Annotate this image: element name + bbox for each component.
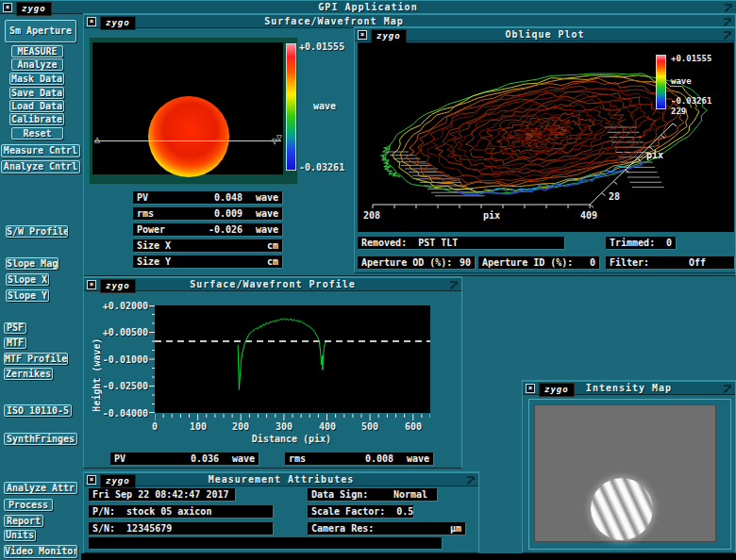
sidebar-item-slope-mag[interactable]: Slope Mag: [6, 257, 59, 270]
sidebar-item-load-data[interactable]: Load Data: [9, 100, 64, 112]
profile-plot-area[interactable]: [155, 305, 430, 413]
sidebar-item-sw-profile[interactable]: S/W Profile: [6, 225, 68, 238]
map-colorbar-min: -0.03261: [299, 162, 344, 173]
profile-xtick-4: 400: [313, 421, 342, 432]
oblique-yaxis-min: 28: [609, 191, 620, 202]
intensity-map-window: zygo Intensity Map: [522, 380, 736, 553]
sidebar-item-video-monitor[interactable]: Video Monitor: [4, 545, 77, 558]
aperture-id-field[interactable]: Aperture ID (%): 0: [478, 256, 599, 269]
wavefront-phase-map[interactable]: [148, 96, 229, 177]
removed-field[interactable]: Removed: PST TLT: [358, 237, 564, 249]
desktop-strip: [81, 553, 736, 560]
gpi-application-root: zygo GPI Application Sm Aperture MEASURE…: [0, 0, 736, 560]
map-frame: △ ▽: [89, 37, 298, 185]
camera-res-field[interactable]: Camera Res: µm: [308, 522, 465, 535]
map-colorbar[interactable]: [286, 43, 296, 171]
sidebar-item-psf[interactable]: PSF: [4, 322, 26, 334]
colorbar-marker-icon[interactable]: ▽: [276, 133, 282, 142]
aperture-od-field[interactable]: Aperture OD (%): 90: [358, 256, 475, 269]
profile-xlabel: Distance (pix): [226, 434, 358, 444]
profile-ytick-3: -0.02500: [99, 381, 148, 391]
profile-line-chart: [155, 305, 430, 413]
sidebar-item-reset[interactable]: Reset: [11, 127, 63, 140]
oblique-yaxis-label: pix: [646, 150, 663, 160]
profile-xtick-2: 200: [226, 421, 255, 432]
window-menu-icon[interactable]: [723, 3, 733, 13]
profile-xtick-6: 600: [399, 421, 427, 432]
scale-factor-field[interactable]: Scale Factor: 0.5: [308, 505, 413, 518]
sidebar-item-mtf-profile[interactable]: MTF Profile: [4, 353, 68, 365]
filter-field[interactable]: Filter: Off: [606, 256, 734, 269]
sidebar-item-analyze-attr[interactable]: Analyze Attr: [4, 482, 77, 494]
serial-number-field[interactable]: S/N: 12345679: [89, 522, 273, 535]
map-stat-rms: rms 0.009 wave: [133, 207, 282, 220]
date-field: Fri Sep 22 08:42:47 2017: [89, 488, 235, 501]
sidebar-item-analyze-cntrl[interactable]: Analyze Cntrl: [1, 160, 80, 173]
sidebar-item-iso-10110-5[interactable]: ISO 10110-5: [4, 404, 72, 417]
oblique-titlebar[interactable]: zygo Oblique Plot: [355, 27, 735, 41]
oblique-plot-area[interactable]: +0.01555 wave -0.03261 229 208 pix 409 2…: [358, 42, 734, 232]
sidebar-item-zernikes[interactable]: Zernikes: [4, 368, 53, 380]
sidebar-item-process[interactable]: Process: [4, 499, 53, 511]
intensity-frame: [528, 399, 731, 550]
sidebar-item-mtf[interactable]: MTF: [4, 338, 26, 349]
window-menu-icon[interactable]: [722, 384, 732, 394]
sidebar-item-sm-aperture[interactable]: Sm Aperture: [5, 20, 76, 42]
sidebar-item-measure[interactable]: MEASURE: [11, 45, 63, 58]
oblique-colorbar: [656, 55, 666, 109]
intensity-titlebar[interactable]: zygo Intensity Map: [523, 381, 735, 395]
attributes-title: Measurement Attributes: [84, 474, 478, 485]
comment-field[interactable]: [89, 537, 442, 549]
sidebar-item-mask-data[interactable]: Mask Data: [9, 73, 64, 85]
profile-ytick-4: -0.04000: [99, 408, 148, 419]
map-title: Surface/Wavefront Map: [84, 16, 584, 26]
oblique-surface-plot: [358, 42, 734, 232]
profile-slice-line[interactable]: [94, 140, 281, 141]
window-menu-icon[interactable]: [722, 30, 732, 41]
oblique-yaxis-max: 229: [671, 107, 686, 116]
sidebar-item-slope-x[interactable]: Slope X: [6, 273, 49, 286]
profile-xtick-0: 0: [141, 421, 169, 432]
map-stat-size-y: Size Y cm: [133, 255, 282, 268]
oblique-title: Oblique Plot: [355, 29, 735, 40]
sidebar-item-measure-cntrl[interactable]: Measure Cntrl: [1, 144, 80, 157]
profile-xtick-1: 100: [184, 421, 212, 432]
profile-ytick-2: -0.01000: [99, 354, 148, 365]
fringe-pattern-circle: [591, 478, 653, 540]
oblique-colorbar-max: +0.01555: [671, 54, 711, 63]
window-menu-icon[interactable]: [465, 475, 476, 486]
map-stat-pv: PV 0.048 wave: [133, 191, 282, 204]
sidebar-item-slope-y[interactable]: Slope Y: [6, 289, 49, 302]
map-plot-area: △ ▽: [92, 42, 283, 174]
up-triangle-icon[interactable]: △: [94, 135, 100, 144]
sidebar-item-calibrate[interactable]: Calibrate: [9, 113, 64, 125]
sidebar-item-save-data[interactable]: Save Data: [9, 87, 64, 99]
oblique-xaxis-label: pix: [483, 210, 500, 221]
trimmed-field: Trimmed: 0: [606, 237, 676, 249]
sidebar-item-units[interactable]: Units: [4, 530, 36, 541]
oblique-xaxis-max: 409: [580, 210, 597, 221]
profile-xtick-5: 500: [356, 421, 384, 432]
profile-ytick-1: +0.00500: [99, 327, 148, 338]
profile-stat-rms: rms 0.008 wave: [285, 453, 433, 465]
part-number-field[interactable]: P/N: stock 05 axicon: [89, 505, 273, 518]
sidebar-item-synthfringes[interactable]: SynthFringes: [4, 433, 77, 445]
intensity-image[interactable]: [534, 404, 716, 542]
profile-xaxis-ticks: [155, 414, 430, 421]
profile-titlebar[interactable]: zygo Surface/Wavefront Profile: [84, 277, 461, 291]
sidebar-item-report[interactable]: Report: [4, 515, 43, 527]
sidebar-item-analyze[interactable]: Analyze: [11, 58, 63, 71]
intensity-title: Intensity Map: [523, 383, 735, 393]
profile-stat-pv: PV 0.036 wave: [110, 453, 259, 465]
attributes-titlebar[interactable]: zygo Measurement Attributes: [84, 472, 478, 486]
map-stat-size-x: Size X cm: [133, 239, 282, 252]
profile-xtick-3: 300: [270, 421, 298, 432]
main-titlebar[interactable]: zygo GPI Application: [0, 0, 736, 14]
map-stat-power: Power -0.026 wave: [133, 223, 282, 236]
data-sign-field[interactable]: Data Sign: Normal: [308, 488, 437, 501]
profile-window: zygo Surface/Wavefront Profile Height (w…: [83, 276, 462, 469]
oblique-colorbar-unit: wave: [671, 76, 692, 86]
map-colorbar-unit: wave: [313, 101, 336, 111]
window-menu-icon[interactable]: [448, 280, 459, 290]
oblique-xaxis-min: 208: [363, 210, 380, 221]
